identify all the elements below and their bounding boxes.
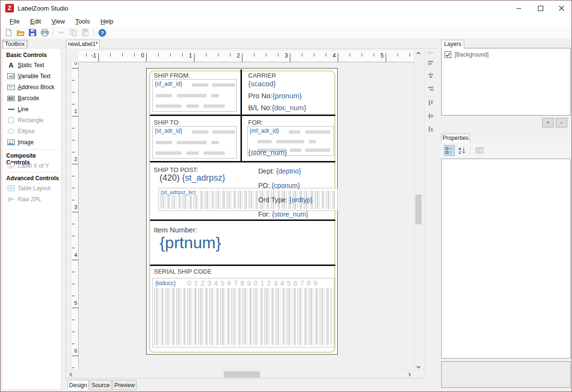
align-right-icon	[427, 85, 435, 92]
copy-button[interactable]	[68, 27, 79, 38]
toolbox-item-barcode[interactable]: Barcode	[7, 93, 60, 103]
toolbox-panel: Basic Controls A Static Text ab Variable…	[2, 48, 61, 390]
carrier-scac-field[interactable]: {scacod}	[248, 80, 276, 88]
horizontal-scroll-thumb[interactable]	[224, 371, 260, 378]
for-store-line[interactable]: For: {store_num}	[258, 210, 308, 218]
ship-from-field: {sf_adr_id}	[155, 81, 182, 87]
toolbar-grip[interactable]	[427, 52, 434, 54]
minimize-button[interactable]	[508, 0, 530, 16]
ship-to-post-value[interactable]: (420) {st_adrpsz}	[160, 173, 225, 183]
cut-button[interactable]: ✂	[56, 27, 67, 38]
for-title[interactable]: FOR:	[248, 119, 263, 126]
placeholder-bar	[156, 151, 182, 155]
carrier-title[interactable]: CARRIER	[248, 72, 276, 79]
menu-tools[interactable]: Tools	[70, 16, 95, 26]
divider-line[interactable]	[150, 115, 335, 116]
toolbox-tab[interactable]: Toolbox	[2, 40, 28, 48]
add-layer-button[interactable]: +	[542, 118, 554, 127]
placeholder-bar	[192, 130, 208, 134]
align-middle-button[interactable]	[426, 112, 435, 120]
tab-source[interactable]: Source	[90, 380, 112, 390]
toolbox-item-label: Static Text	[18, 62, 44, 69]
ship-from-address-block[interactable]: {sf_adr_id}	[152, 79, 237, 112]
vertical-scrollbar[interactable]	[414, 49, 422, 371]
align-top-button[interactable]	[426, 99, 435, 107]
image-icon	[7, 138, 15, 146]
remove-layer-button[interactable]: −	[556, 118, 567, 127]
new-document-button[interactable]	[3, 27, 14, 38]
serial-barcode[interactable]: {loducc} 01234567890123456789	[152, 278, 334, 347]
print-button[interactable]	[39, 27, 50, 38]
dept-line[interactable]: Dept: {deptno}	[258, 167, 301, 175]
divider-line[interactable]	[150, 265, 335, 266]
help-button[interactable]: ?	[97, 27, 107, 38]
divider-line[interactable]	[150, 161, 335, 162]
h-ruler-number: -1	[86, 52, 96, 59]
menu-file[interactable]: File	[4, 16, 25, 26]
align-middle-icon	[427, 112, 435, 120]
align-bottom-button[interactable]	[426, 125, 435, 133]
ship-to-title[interactable]: SHIP TO:	[154, 119, 180, 126]
close-button[interactable]	[551, 0, 572, 16]
document-tab[interactable]: newLabel1*	[66, 40, 100, 48]
paste-button[interactable]	[80, 27, 91, 38]
address-block-icon	[7, 83, 15, 91]
scroll-left-button[interactable]	[67, 370, 75, 379]
toolbox-item-line[interactable]: Line	[7, 104, 60, 114]
divider-line[interactable]	[150, 219, 335, 221]
for-store-num-field[interactable]: {store_num}	[248, 148, 287, 156]
placeholder-bar	[276, 140, 304, 143]
tab-design[interactable]: Design	[68, 380, 89, 390]
toolbox-item-variable-text[interactable]: ab Variable Text	[7, 71, 60, 81]
save-button[interactable]	[27, 27, 38, 38]
item-number-label[interactable]: Item Number:	[154, 226, 197, 234]
categorized-view-button[interactable]	[444, 145, 455, 156]
alphabetical-sort-icon: AZ	[458, 147, 466, 154]
scroll-down-button[interactable]	[414, 363, 423, 371]
ship-to-post-title[interactable]: SHIP TO POST:	[154, 166, 198, 173]
menu-view[interactable]: View	[46, 16, 70, 26]
align-right-button[interactable]	[426, 84, 435, 93]
tab-preview[interactable]: Preview	[113, 380, 137, 390]
design-canvas: -1 0 1 2 3 4 5 0 1 2 3 4 5 6 SHIP	[66, 48, 436, 379]
layer-item-background[interactable]: [Background]	[445, 51, 489, 58]
horizontal-scrollbar[interactable]	[67, 370, 413, 378]
toolbar-separator	[53, 28, 53, 37]
layers-tab[interactable]: Layers	[441, 40, 464, 48]
table-layout-icon	[7, 184, 15, 192]
toolbox-item-address-block[interactable]: Address Block	[7, 82, 60, 92]
menu-edit[interactable]: Edit	[25, 16, 46, 26]
serial-field: {loducc}	[155, 280, 176, 287]
ship-to-address-block[interactable]: {st_adr_id}	[152, 126, 237, 159]
ship-from-title[interactable]: SHIP FROM:	[154, 72, 190, 79]
toolbox-item-image[interactable]: Image	[7, 138, 60, 147]
align-left-button[interactable]	[426, 58, 435, 67]
toolbox-section-basic: Basic Controls	[6, 52, 47, 58]
menu-help[interactable]: Help	[95, 16, 119, 26]
item-number-field[interactable]: {prtnum}	[160, 233, 221, 252]
v-ruler-number: 3	[74, 204, 77, 211]
carrier-pro-line[interactable]: Pro No:{pronum}	[248, 92, 302, 100]
toolbox-item-static-text[interactable]: A Static Text	[7, 60, 60, 70]
maximize-button[interactable]	[530, 0, 551, 16]
property-pages-button[interactable]	[474, 145, 485, 156]
po-line[interactable]: PO: {cponum}	[258, 182, 300, 189]
chevron-left-icon	[69, 372, 72, 377]
align-center-button[interactable]	[426, 71, 435, 80]
toolbox-item-raw-zpl: Raw ZPL	[7, 195, 60, 204]
layer-checkbox[interactable]	[445, 51, 451, 58]
vertical-scroll-thumb[interactable]	[415, 195, 422, 224]
carrier-bl-line[interactable]: B/L No:{doc_num}	[248, 104, 306, 112]
placeholder-bar	[212, 130, 235, 134]
properties-tab[interactable]: Properties	[441, 134, 470, 142]
alphabetical-sort-button[interactable]: AZ	[457, 145, 467, 156]
ord-type-line[interactable]: Ord Type: {ordtyp}	[258, 196, 312, 204]
open-file-button[interactable]	[15, 27, 26, 38]
print-icon	[41, 29, 49, 36]
scroll-right-button[interactable]	[405, 370, 413, 379]
serial-digits: 01234567890123456789	[187, 279, 320, 287]
divider-line-vertical[interactable]	[240, 69, 242, 162]
serial-ship-code-title[interactable]: SERIAL SHIP CODE	[154, 268, 212, 275]
placeholder-bar	[305, 149, 330, 152]
scroll-up-button[interactable]	[414, 49, 423, 57]
